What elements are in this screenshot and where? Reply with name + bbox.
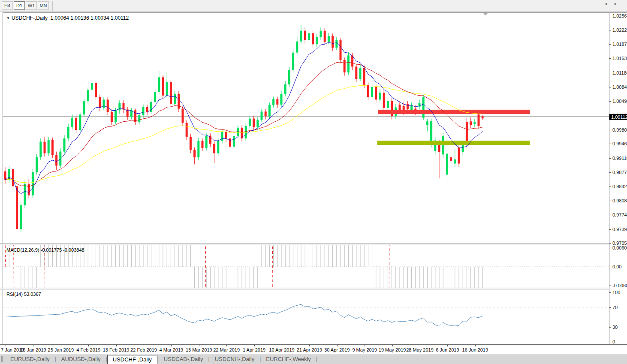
candle — [39, 141, 42, 157]
candle — [111, 112, 113, 122]
timeframe-button-w1[interactable]: W1 — [26, 1, 37, 10]
timeframe-button-mn[interactable]: MN — [38, 1, 49, 10]
rsi-panel[interactable]: RSI(14) 53.0367 — [3, 289, 609, 344]
tabbar-grip[interactable] — [1, 356, 3, 362]
date-label: 4 Mar 2019 — [160, 347, 184, 352]
date-label: 16 Jan 2019 — [20, 347, 46, 352]
time-axis[interactable]: 7 Jan 201916 Jan 201925 Jan 20194 Feb 20… — [0, 345, 627, 355]
price-axis[interactable]: 1.025601.022201.018701.015301.011801.008… — [609, 13, 627, 344]
candle — [154, 92, 156, 102]
price-axis-label: 0.99110 — [612, 156, 627, 161]
rsi-axis-label: 70 — [612, 305, 618, 310]
rsi-label: RSI(14) 53.0367 — [6, 292, 41, 297]
candle — [197, 141, 199, 157]
candle — [75, 118, 77, 130]
price-axis-label: 1.02220 — [612, 27, 627, 33]
price-chart-panel[interactable]: ▼USDCHF-,Daily 1.00064 1.00136 1.00034 1… — [3, 13, 609, 244]
candle — [91, 83, 93, 90]
candle — [300, 31, 302, 42]
candle — [83, 101, 85, 114]
tab-scroll-right-icon: ► — [614, 2, 624, 6]
date-label: 9 May 2019 — [352, 347, 377, 352]
symbol-dropdown-icon[interactable]: ▼ — [6, 16, 10, 20]
candle — [410, 106, 413, 110]
candle — [265, 111, 267, 116]
candle — [36, 157, 38, 172]
candle — [32, 172, 34, 196]
candle — [217, 141, 219, 153]
candle — [170, 82, 172, 104]
candle — [8, 169, 10, 180]
candle — [335, 40, 338, 48]
candle — [87, 90, 89, 101]
candle — [256, 120, 259, 127]
price-axis-label: 0.98420 — [612, 184, 627, 189]
chart-tab-audusd[interactable]: AUDUSD-,Daily — [56, 355, 106, 364]
price-axis-label: 1.02560 — [612, 13, 627, 18]
chart-tab-eurusd[interactable]: EURUSD-,Daily — [5, 355, 55, 364]
candle — [379, 93, 381, 99]
candle — [312, 33, 314, 44]
timeframe-button-h4[interactable]: H4 — [2, 1, 13, 10]
date-label: 30 Apr 2019 — [324, 347, 350, 352]
date-label: 1 Apr 2019 — [243, 347, 265, 352]
tab-separator: | — [316, 355, 317, 364]
date-label: 13 Mar 2019 — [186, 347, 212, 352]
candle — [442, 136, 444, 154]
date-label: 22 Feb 2019 — [130, 347, 157, 352]
chart-tab-eurchf[interactable]: EURCHF-,Weekly — [261, 355, 316, 364]
candle — [328, 36, 330, 42]
candle — [174, 94, 176, 104]
date-label: 22 Mar 2019 — [213, 347, 240, 352]
chart-tab-usdcnh[interactable]: USDCNH-,Daily — [210, 355, 259, 364]
candle — [4, 171, 6, 180]
candle — [320, 31, 322, 37]
candle — [383, 93, 385, 108]
price-axis-label: 1.01870 — [612, 42, 627, 47]
date-label: 13 Feb 2019 — [103, 347, 130, 352]
candle — [190, 137, 192, 150]
tab-scroll-arrows[interactable]: ◄► — [604, 2, 624, 6]
chart-tab-usdcad[interactable]: USDCAD-,Daily — [159, 355, 208, 364]
chart-title: ▼USDCHF-,Daily 1.00064 1.00136 1.00034 1… — [6, 15, 129, 21]
candle — [276, 99, 278, 105]
timeframe-toolbar: H4D1W1MN — [0, 0, 627, 12]
resistance-zone — [378, 110, 530, 114]
candle — [284, 84, 286, 94]
candle — [347, 55, 350, 72]
candle — [221, 132, 223, 141]
macd-panel[interactable]: MACD(12,26,9) -0.001775 -0.003848 — [3, 245, 609, 288]
candle — [359, 68, 362, 79]
current-price-box: 1.00112 — [609, 114, 627, 120]
candle — [55, 155, 57, 165]
candle — [186, 123, 188, 137]
candle — [48, 140, 50, 153]
rsi-axis-label: 0 — [612, 339, 615, 344]
candle — [344, 60, 346, 72]
candle — [292, 53, 294, 70]
mt4-chart-window: H4D1W1MN ▼USDCHF-,Daily 1.00064 1.00136 … — [0, 0, 627, 364]
price-axis-label: 0.98770 — [612, 170, 627, 175]
candle — [363, 68, 365, 84]
tab-scroll-left-icon: ◄ — [604, 2, 614, 6]
price-axis-label: 0.97390 — [612, 227, 627, 232]
candle — [115, 110, 117, 122]
timeframe-button-d1[interactable]: D1 — [14, 1, 25, 10]
price-axis-label: 0.99800 — [612, 127, 627, 132]
candle — [71, 118, 73, 127]
candle — [138, 115, 140, 122]
toolbar-separator — [52, 1, 53, 11]
macd-axis-label: 0.006058 — [612, 245, 627, 250]
candle — [454, 159, 456, 164]
candle — [268, 105, 271, 116]
candle — [79, 114, 81, 130]
candle — [103, 99, 105, 108]
candle — [367, 85, 369, 97]
candle — [202, 141, 204, 148]
chart-tab-usdchf[interactable]: USDCHF-,Daily — [107, 355, 157, 364]
candle — [371, 87, 373, 97]
candle — [399, 105, 401, 110]
date-label: 16 Jun 2019 — [462, 347, 488, 352]
chart-title-ohlc: 1.00064 1.00136 1.00034 1.00112 — [51, 15, 129, 21]
candle — [304, 31, 306, 40]
